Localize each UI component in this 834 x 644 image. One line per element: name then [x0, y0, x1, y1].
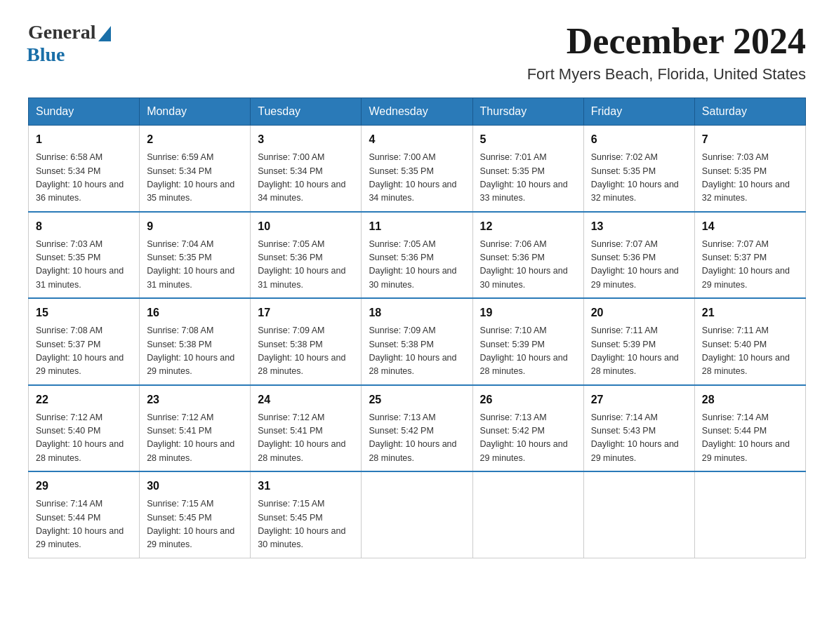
page-header: General Blue December 2024 Fort Myers Be… [28, 21, 806, 83]
location-title: Fort Myers Beach, Florida, United States [527, 65, 806, 83]
day-info: Sunrise: 7:05 AMSunset: 5:36 PMDaylight:… [369, 238, 465, 293]
calendar-day-cell: 6Sunrise: 7:02 AMSunset: 5:35 PMDaylight… [583, 126, 694, 212]
day-info: Sunrise: 7:01 AMSunset: 5:35 PMDaylight:… [480, 151, 576, 206]
calendar-day-cell: 24Sunrise: 7:12 AMSunset: 5:41 PMDayligh… [251, 385, 362, 472]
day-info: Sunrise: 7:14 AMSunset: 5:43 PMDaylight:… [591, 411, 687, 466]
calendar-day-cell: 28Sunrise: 7:14 AMSunset: 5:44 PMDayligh… [694, 385, 805, 472]
day-info: Sunrise: 7:14 AMSunset: 5:44 PMDaylight:… [702, 411, 798, 466]
calendar-day-cell [472, 471, 583, 558]
day-info: Sunrise: 7:03 AMSunset: 5:35 PMDaylight:… [702, 151, 798, 206]
calendar-day-cell: 30Sunrise: 7:15 AMSunset: 5:45 PMDayligh… [140, 471, 251, 558]
calendar-day-cell: 15Sunrise: 7:08 AMSunset: 5:37 PMDayligh… [29, 298, 140, 385]
calendar-day-cell: 26Sunrise: 7:13 AMSunset: 5:42 PMDayligh… [472, 385, 583, 472]
calendar-day-cell: 13Sunrise: 7:07 AMSunset: 5:36 PMDayligh… [583, 212, 694, 299]
day-number: 4 [369, 131, 465, 148]
day-info: Sunrise: 7:02 AMSunset: 5:35 PMDaylight:… [591, 151, 687, 206]
calendar-week-row: 1Sunrise: 6:58 AMSunset: 5:34 PMDaylight… [29, 126, 806, 212]
calendar-day-cell: 20Sunrise: 7:11 AMSunset: 5:39 PMDayligh… [583, 298, 694, 385]
day-number: 3 [258, 131, 354, 148]
day-number: 13 [591, 218, 687, 235]
calendar-day-cell [694, 471, 805, 558]
month-title: December 2024 [527, 21, 806, 61]
day-number: 23 [147, 391, 243, 408]
day-number: 24 [258, 391, 354, 408]
day-info: Sunrise: 7:09 AMSunset: 5:38 PMDaylight:… [258, 324, 354, 379]
calendar-day-cell [583, 471, 694, 558]
calendar-day-cell: 1Sunrise: 6:58 AMSunset: 5:34 PMDaylight… [29, 126, 140, 212]
day-number: 10 [258, 218, 354, 235]
calendar-day-cell: 19Sunrise: 7:10 AMSunset: 5:39 PMDayligh… [472, 298, 583, 385]
day-number: 1 [36, 131, 132, 148]
day-info: Sunrise: 6:58 AMSunset: 5:34 PMDaylight:… [36, 151, 132, 206]
day-number: 2 [147, 131, 243, 148]
day-number: 27 [591, 391, 687, 408]
day-number: 15 [36, 304, 132, 321]
header-monday: Monday [140, 98, 251, 126]
day-info: Sunrise: 7:11 AMSunset: 5:39 PMDaylight:… [591, 324, 687, 379]
logo-blue-text: Blue [27, 43, 65, 66]
header-saturday: Saturday [694, 98, 805, 126]
calendar-table: SundayMondayTuesdayWednesdayThursdayFrid… [28, 98, 806, 558]
calendar-day-cell: 31Sunrise: 7:15 AMSunset: 5:45 PMDayligh… [251, 471, 362, 558]
title-section: December 2024 Fort Myers Beach, Florida,… [527, 21, 806, 83]
day-info: Sunrise: 7:00 AMSunset: 5:34 PMDaylight:… [258, 151, 354, 206]
calendar-day-cell: 4Sunrise: 7:00 AMSunset: 5:35 PMDaylight… [362, 126, 472, 212]
header-sunday: Sunday [29, 98, 140, 126]
day-info: Sunrise: 6:59 AMSunset: 5:34 PMDaylight:… [147, 151, 243, 206]
calendar-day-cell [362, 471, 472, 558]
calendar-day-cell: 14Sunrise: 7:07 AMSunset: 5:37 PMDayligh… [694, 212, 805, 299]
day-info: Sunrise: 7:12 AMSunset: 5:40 PMDaylight:… [36, 411, 132, 466]
day-number: 22 [36, 391, 132, 408]
day-number: 12 [480, 218, 576, 235]
day-info: Sunrise: 7:14 AMSunset: 5:44 PMDaylight:… [36, 497, 132, 552]
calendar-day-cell: 17Sunrise: 7:09 AMSunset: 5:38 PMDayligh… [251, 298, 362, 385]
calendar-day-cell: 23Sunrise: 7:12 AMSunset: 5:41 PMDayligh… [140, 385, 251, 472]
day-number: 14 [702, 218, 798, 235]
day-number: 6 [591, 131, 687, 148]
calendar-header-row: SundayMondayTuesdayWednesdayThursdayFrid… [29, 98, 806, 126]
calendar-day-cell: 25Sunrise: 7:13 AMSunset: 5:42 PMDayligh… [362, 385, 472, 472]
day-number: 28 [702, 391, 798, 408]
day-info: Sunrise: 7:10 AMSunset: 5:39 PMDaylight:… [480, 324, 576, 379]
header-tuesday: Tuesday [251, 98, 362, 126]
day-info: Sunrise: 7:08 AMSunset: 5:38 PMDaylight:… [147, 324, 243, 379]
day-info: Sunrise: 7:06 AMSunset: 5:36 PMDaylight:… [480, 238, 576, 293]
logo: General Blue [28, 21, 111, 66]
calendar-day-cell: 16Sunrise: 7:08 AMSunset: 5:38 PMDayligh… [140, 298, 251, 385]
day-info: Sunrise: 7:13 AMSunset: 5:42 PMDaylight:… [480, 411, 576, 466]
day-number: 17 [258, 304, 354, 321]
day-number: 29 [36, 478, 132, 495]
header-friday: Friday [583, 98, 694, 126]
day-info: Sunrise: 7:13 AMSunset: 5:42 PMDaylight:… [369, 411, 465, 466]
calendar-day-cell: 21Sunrise: 7:11 AMSunset: 5:40 PMDayligh… [694, 298, 805, 385]
calendar-week-row: 8Sunrise: 7:03 AMSunset: 5:35 PMDaylight… [29, 212, 806, 299]
day-number: 30 [147, 478, 243, 495]
logo-triangle-icon [98, 26, 111, 41]
day-info: Sunrise: 7:09 AMSunset: 5:38 PMDaylight:… [369, 324, 465, 379]
day-number: 19 [480, 304, 576, 321]
header-thursday: Thursday [472, 98, 583, 126]
day-number: 11 [369, 218, 465, 235]
calendar-day-cell: 9Sunrise: 7:04 AMSunset: 5:35 PMDaylight… [140, 212, 251, 299]
day-number: 25 [369, 391, 465, 408]
day-number: 18 [369, 304, 465, 321]
calendar-week-row: 15Sunrise: 7:08 AMSunset: 5:37 PMDayligh… [29, 298, 806, 385]
day-info: Sunrise: 7:15 AMSunset: 5:45 PMDaylight:… [258, 497, 354, 552]
day-info: Sunrise: 7:07 AMSunset: 5:36 PMDaylight:… [591, 238, 687, 293]
calendar-day-cell: 11Sunrise: 7:05 AMSunset: 5:36 PMDayligh… [362, 212, 472, 299]
day-info: Sunrise: 7:05 AMSunset: 5:36 PMDaylight:… [258, 238, 354, 293]
calendar-day-cell: 2Sunrise: 6:59 AMSunset: 5:34 PMDaylight… [140, 126, 251, 212]
day-info: Sunrise: 7:08 AMSunset: 5:37 PMDaylight:… [36, 324, 132, 379]
day-info: Sunrise: 7:12 AMSunset: 5:41 PMDaylight:… [147, 411, 243, 466]
calendar-week-row: 22Sunrise: 7:12 AMSunset: 5:40 PMDayligh… [29, 385, 806, 472]
day-info: Sunrise: 7:15 AMSunset: 5:45 PMDaylight:… [147, 497, 243, 552]
day-number: 21 [702, 304, 798, 321]
day-info: Sunrise: 7:11 AMSunset: 5:40 PMDaylight:… [702, 324, 798, 379]
logo-general-text: General [28, 21, 95, 43]
day-number: 5 [480, 131, 576, 148]
calendar-day-cell: 3Sunrise: 7:00 AMSunset: 5:34 PMDaylight… [251, 126, 362, 212]
calendar-day-cell: 29Sunrise: 7:14 AMSunset: 5:44 PMDayligh… [29, 471, 140, 558]
calendar-day-cell: 7Sunrise: 7:03 AMSunset: 5:35 PMDaylight… [694, 126, 805, 212]
calendar-day-cell: 27Sunrise: 7:14 AMSunset: 5:43 PMDayligh… [583, 385, 694, 472]
day-number: 7 [702, 131, 798, 148]
